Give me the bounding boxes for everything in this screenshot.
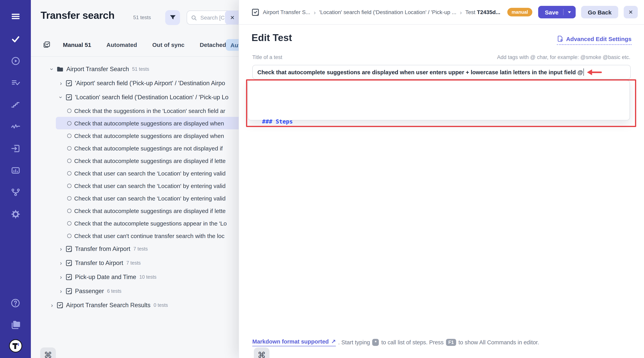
f1-key-badge: F1 [446, 339, 456, 346]
editor-markdown-text[interactable]: ### Steps [262, 118, 293, 125]
sidebar-item-tests[interactable] [9, 33, 22, 46]
tree-item-label: Check that autocomplete suggestings are … [74, 157, 226, 164]
edit-test-title: Edit Test [252, 32, 292, 43]
test-circle-icon [67, 171, 72, 175]
tab-label: Detached [200, 41, 226, 48]
filter-button[interactable] [165, 10, 180, 25]
tree-row[interactable]: Check that user can search the 'Location… [56, 167, 251, 179]
tree-row[interactable]: Check that user can search the 'Location… [56, 192, 251, 204]
tree-item-label: Check that autocomplete suggestions are … [74, 120, 224, 126]
tree-row[interactable]: 'Airport' search field ('Pick-up Airport… [54, 76, 250, 90]
tree-item-label: Transfer from Airport [75, 245, 130, 252]
tree-item-count: 0 tests [154, 302, 168, 308]
sidebar-item-milestones[interactable] [9, 98, 22, 111]
chevron-icon[interactable] [58, 274, 64, 280]
chevron-icon[interactable] [58, 80, 64, 86]
test-id: T2435d... [477, 9, 500, 15]
title-field-label: Title of a test [252, 54, 282, 60]
status-tab[interactable]: Out of sync [152, 41, 184, 48]
tree-row[interactable]: Pick-up Date and Time 10 tests [54, 270, 250, 284]
hint-text: to show All Commands in editor. [458, 339, 539, 345]
sidebar-item-test-runs[interactable] [9, 54, 22, 68]
test-suite-doc-icon [66, 80, 72, 87]
tree-item-label: Check that autocomplete suggestings are … [74, 207, 226, 214]
sidebar-item-workflows[interactable] [9, 186, 22, 199]
tag-option[interactable] [248, 111, 630, 121]
test-circle-icon [67, 109, 72, 113]
test-suite-doc-icon [57, 302, 63, 309]
chevron-icon[interactable] [58, 95, 64, 100]
chevron-icon[interactable] [49, 302, 55, 308]
tree-item-label: Transfer to Airport [75, 259, 123, 266]
tree-row[interactable]: Check that autocomplete suggestions are … [56, 129, 251, 142]
tag-option[interactable] [248, 92, 630, 102]
tree-row[interactable]: Check that autocomplete suggestings are … [56, 204, 251, 217]
status-tab[interactable]: Manual 51 [63, 41, 91, 48]
test-circle-icon [67, 208, 72, 213]
save-dropdown-caret[interactable] [563, 9, 571, 15]
tree-item-label: Check that user can search the 'Location… [74, 170, 226, 176]
tag-suggestions-dropdown [248, 80, 630, 120]
pulse-icon [10, 122, 20, 132]
command-key-badge[interactable]: ⌘ [254, 347, 270, 358]
test-circle-icon [67, 158, 72, 163]
breadcrumb-test[interactable]: Test T2435d... [465, 9, 500, 15]
editor-footer-hint: Markdown format supported ↗ . Start typi… [252, 338, 539, 346]
search-clear-button[interactable]: ✕ [225, 11, 240, 25]
tree-row[interactable]: Check that user can search the 'Location… [56, 179, 251, 192]
projects-button[interactable] [9, 318, 22, 331]
breadcrumb-section[interactable]: Airport Transfer S... [263, 9, 310, 15]
tree-row[interactable]: Check that autocomplete suggestions are … [56, 117, 251, 129]
help-button[interactable] [9, 296, 22, 309]
play-circle-icon [10, 56, 20, 66]
chevron-icon[interactable] [58, 260, 64, 266]
test-suite-doc-icon [66, 245, 72, 252]
sidebar-item-activity[interactable] [9, 120, 22, 133]
test-circle-icon [67, 183, 72, 188]
tree-row[interactable]: Transfer to Airport 7 tests [54, 256, 250, 270]
breadcrumb-separator: › [460, 9, 462, 16]
tree-row[interactable]: Check that the autocomplete suggestions … [56, 217, 251, 229]
save-button[interactable]: Save [538, 6, 576, 18]
tree-row[interactable]: Airport Transfer Search 51 tests [46, 62, 241, 76]
tab-label: Automated [106, 41, 137, 48]
sidebar-item-settings[interactable] [9, 208, 22, 221]
markdown-supported-link[interactable]: Markdown format supported ↗ [252, 338, 336, 346]
tree-row[interactable]: Passenger 6 tests [54, 284, 250, 298]
workspace-logo-avatar[interactable] [9, 339, 22, 352]
chevron-icon[interactable] [58, 246, 64, 252]
chevron-icon[interactable] [49, 67, 55, 72]
sidebar-item-checklists[interactable] [9, 76, 22, 90]
test-title-input[interactable]: Check that autocomplete suggestions are … [252, 65, 631, 79]
tag-option[interactable] [248, 102, 630, 111]
breadcrumb-separator: › [314, 9, 316, 16]
breadcrumb-suite[interactable]: 'Location' search field ('Destination Lo… [319, 9, 456, 15]
tag-option[interactable] [248, 83, 630, 92]
tree-item-label: Passenger [75, 288, 104, 295]
tree-row[interactable]: Transfer from Airport 7 tests [54, 242, 250, 256]
tree-row[interactable]: Airport Transfer Search Results 0 tests [46, 298, 241, 312]
tree-row[interactable]: 'Location' search field ('Destination Lo… [54, 90, 250, 104]
status-tab[interactable]: Automated [106, 41, 137, 48]
sidebar-item-runs-enter[interactable] [9, 142, 22, 155]
annotation-arrow-icon [586, 68, 602, 76]
advanced-edit-settings-link[interactable]: Advanced Edit Settings [557, 35, 632, 45]
status-tab[interactable]: Detached [200, 41, 226, 48]
tree-item-label: Pick-up Date and Time [75, 274, 136, 281]
chevron-icon[interactable] [58, 288, 64, 294]
sidebar-item-reports[interactable] [9, 164, 22, 177]
select-all-checklist-icon[interactable] [42, 41, 51, 49]
tree-item-label: Airport Transfer Search Results [66, 302, 150, 309]
test-circle-icon [67, 196, 72, 200]
go-back-button[interactable]: Go Back [581, 6, 618, 18]
test-circle-icon [67, 146, 72, 150]
tree-row[interactable]: Check that autocomplete suggestings are … [56, 142, 251, 154]
tree-row[interactable]: Check that user can't continue transfer … [56, 229, 251, 242]
hamburger-menu-button[interactable] [0, 9, 31, 24]
tree-row[interactable]: Check that the suggestions in the 'Locat… [56, 104, 251, 117]
test-circle-icon [67, 233, 72, 238]
close-panel-button[interactable]: ✕ [624, 6, 638, 18]
tree-row[interactable]: Check that autocomplete suggestings are … [56, 154, 251, 167]
tree-item-count: 10 tests [140, 274, 156, 280]
command-key-badge[interactable]: ⌘ [40, 347, 56, 358]
